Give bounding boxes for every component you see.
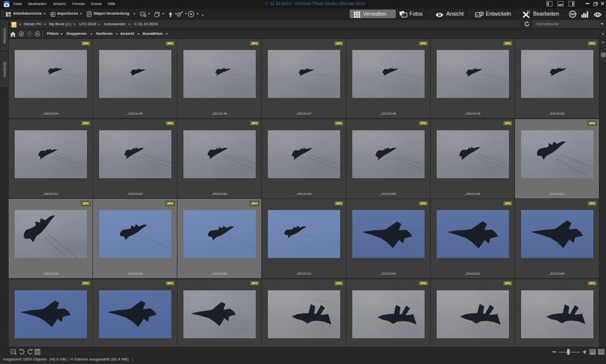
svg-text:365: 365 <box>570 13 575 16</box>
